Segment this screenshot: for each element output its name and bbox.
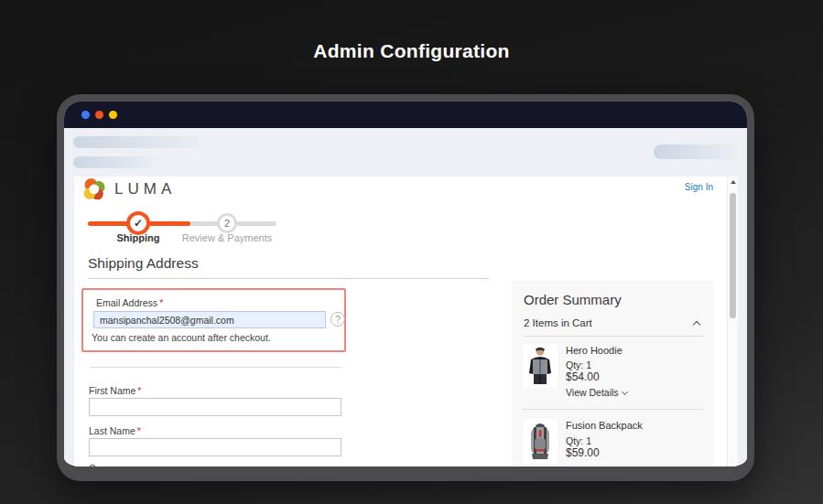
step-number: 2 bbox=[224, 218, 230, 229]
step-review-label: Review & Payments bbox=[172, 232, 282, 243]
summary-divider bbox=[523, 409, 703, 410]
order-summary-title: Order Summary bbox=[524, 292, 622, 307]
window-titlebar bbox=[64, 102, 747, 128]
item-price: $54.00 bbox=[566, 370, 600, 383]
email-note: You can create an account after checkout… bbox=[92, 332, 271, 343]
order-summary-panel: Order Summary 2 Items in Cart bbox=[512, 281, 714, 467]
email-label: Email Address* bbox=[96, 297, 163, 308]
step-review-circle[interactable]: 2 bbox=[217, 213, 237, 233]
page-title: Admin Configuration bbox=[0, 40, 823, 62]
progress-track bbox=[88, 221, 276, 226]
last-name-label: Last Name* bbox=[89, 425, 141, 436]
browser-viewport: Sign In LUMA ✓ bbox=[64, 177, 747, 467]
shipping-address-heading: Shipping Address bbox=[88, 255, 199, 272]
browser-window: Sign In LUMA ✓ bbox=[57, 94, 754, 481]
luma-logo[interactable]: LUMA bbox=[83, 178, 176, 200]
company-label: Company bbox=[89, 463, 130, 467]
item-name: Hero Hoodie bbox=[566, 345, 623, 356]
browser-toolbar bbox=[64, 128, 747, 177]
first-name-label: First Name* bbox=[89, 385, 141, 396]
toolbar-skeleton-bar bbox=[73, 136, 200, 148]
traffic-light-yellow-icon[interactable] bbox=[109, 111, 117, 119]
chevron-down-icon bbox=[622, 389, 628, 395]
email-highlight-box: Email Address* ? You can create an accou… bbox=[81, 288, 346, 352]
items-in-cart-toggle[interactable]: 2 Items in Cart bbox=[524, 317, 592, 328]
first-name-input[interactable] bbox=[89, 398, 341, 416]
required-asterisk: * bbox=[137, 385, 141, 396]
item-qty: Qty: 1 bbox=[566, 359, 591, 370]
summary-divider bbox=[523, 336, 703, 337]
last-name-input[interactable] bbox=[89, 438, 341, 456]
fusion-backpack-thumbnail bbox=[523, 419, 558, 463]
item-name: Fusion Backpack bbox=[566, 420, 643, 431]
toolbar-skeleton-bar bbox=[73, 156, 155, 168]
sign-in-link[interactable]: Sign In bbox=[685, 182, 713, 192]
form-divider bbox=[90, 367, 341, 368]
scrollbar-thumb[interactable] bbox=[730, 193, 736, 318]
chevron-up-icon[interactable] bbox=[693, 321, 700, 328]
heading-divider bbox=[88, 278, 489, 279]
help-icon[interactable]: ? bbox=[330, 312, 345, 327]
hoodie-image bbox=[523, 344, 558, 388]
luma-logo-text: LUMA bbox=[114, 180, 176, 198]
backpack-image bbox=[523, 419, 558, 463]
page-background: Admin Configuration Sign In bbox=[0, 0, 823, 504]
check-icon: ✓ bbox=[134, 217, 143, 230]
checkout-page: Sign In LUMA ✓ bbox=[74, 177, 727, 467]
step-shipping-label: Shipping bbox=[102, 232, 175, 243]
traffic-light-red-icon[interactable] bbox=[95, 111, 103, 119]
view-details-link[interactable]: View Details bbox=[566, 387, 627, 398]
luma-logo-icon bbox=[83, 178, 105, 200]
scroll-up-arrow-icon[interactable] bbox=[731, 180, 736, 184]
page-scrollbar[interactable] bbox=[727, 177, 738, 467]
toolbar-skeleton-bar bbox=[654, 145, 738, 159]
traffic-light-blue-icon[interactable] bbox=[81, 111, 90, 119]
item-qty: Qty: 1 bbox=[566, 435, 591, 446]
required-asterisk: * bbox=[159, 297, 163, 308]
required-asterisk: * bbox=[137, 425, 141, 436]
email-input[interactable] bbox=[93, 311, 326, 328]
item-price: $59.00 bbox=[566, 446, 600, 459]
hero-hoodie-thumbnail bbox=[523, 344, 558, 388]
